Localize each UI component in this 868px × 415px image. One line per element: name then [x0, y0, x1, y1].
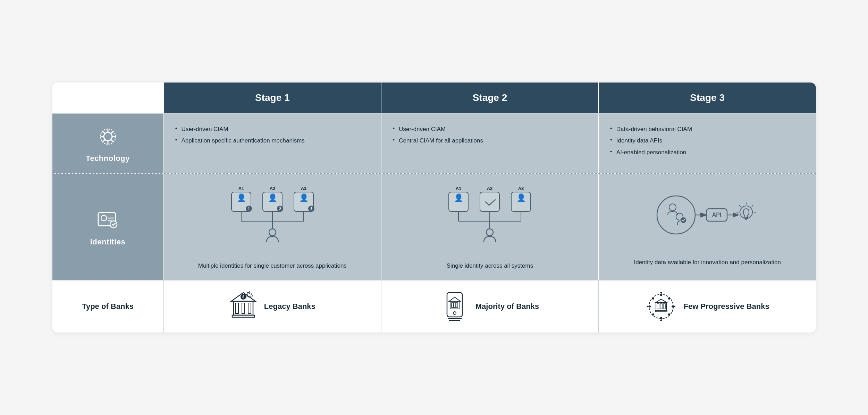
header-row: Stage 1 Stage 2 Stage 3 — [52, 83, 816, 113]
legacy-banks-cell: $ Legacy Banks — [163, 280, 381, 332]
identities-label: Identities — [90, 237, 126, 247]
majority-banks-icon — [441, 291, 469, 322]
banks-type-label: Type of Banks — [82, 302, 134, 311]
stage2-identity-caption: Single identity across all systems — [447, 261, 533, 270]
stage2-identity-diagram: A1 👤 A2 A3 👤 — [445, 184, 535, 253]
svg-text:API: API — [712, 212, 722, 218]
svg-point-3 — [101, 215, 107, 221]
svg-point-43 — [681, 217, 686, 223]
identities-stage2-cell: A1 👤 A2 A3 👤 — [381, 174, 598, 280]
svg-point-25 — [269, 229, 276, 236]
svg-text:$: $ — [242, 295, 244, 299]
svg-text:1: 1 — [248, 207, 250, 211]
svg-point-77 — [649, 305, 651, 308]
tech-stage2-item2: Central CIAM for all applications — [393, 135, 587, 147]
svg-rect-88 — [655, 310, 667, 312]
technology-stage1-list: User-driven CIAM Application specific au… — [175, 123, 370, 147]
svg-point-79 — [652, 297, 654, 300]
svg-marker-83 — [655, 299, 667, 303]
svg-text:👤: 👤 — [299, 193, 309, 202]
svg-rect-65 — [447, 293, 462, 317]
stage3-identity-caption: Identity data available for innovation a… — [634, 258, 781, 267]
svg-line-53 — [752, 205, 753, 207]
svg-point-39 — [486, 229, 493, 236]
svg-point-4 — [110, 221, 117, 228]
tech-stage2-item1: User-driven CIAM — [393, 123, 587, 135]
technology-stage1-cell: User-driven CIAM Application specific au… — [163, 114, 381, 173]
majority-banks-cell: Majority of Banks — [381, 280, 598, 332]
tech-stage3-item3: AI-enabled personalization — [610, 147, 805, 158]
technology-stage3-cell: Data-driven behavioral CIAM Identity dat… — [598, 114, 816, 173]
identities-label-cell: Identities — [52, 174, 163, 280]
svg-text:A3: A3 — [518, 186, 524, 191]
legacy-banks-icon: $ — [229, 291, 257, 322]
svg-rect-69 — [454, 303, 456, 308]
technology-stage3-list: Data-driven behavioral CIAM Identity dat… — [610, 123, 805, 158]
svg-point-40 — [657, 196, 695, 234]
svg-text:A1: A1 — [456, 186, 462, 191]
svg-point-81 — [652, 313, 654, 315]
svg-line-54 — [739, 205, 741, 207]
progressive-banks-label: Few Progressive Banks — [684, 302, 769, 311]
tech-stage3-item1: Data-driven behavioral CIAM — [610, 123, 805, 135]
technology-label: Technology — [86, 154, 130, 163]
stage2-header: Stage 2 — [381, 83, 598, 113]
svg-text:👤: 👤 — [516, 193, 526, 202]
stage1-identity-diagram: A1 👤 1 A2 👤 2 A3 👤 3 — [227, 184, 318, 253]
technology-label-cell: Technology — [52, 114, 163, 173]
stage3-header: Stage 3 — [598, 83, 816, 113]
technology-stage2-cell: User-driven CIAM Central CIAM for all ap… — [381, 114, 598, 173]
svg-rect-86 — [660, 304, 662, 309]
svg-text:👤: 👤 — [454, 193, 464, 202]
svg-rect-61 — [248, 303, 251, 313]
identities-stage3-cell: API Identity data available for innovati… — [598, 174, 816, 280]
stage3-identity-diagram: API — [652, 187, 763, 250]
tech-stage1-item1: User-driven CIAM — [175, 123, 370, 135]
banks-row: Type of Banks $ Legacy Banks — [52, 280, 816, 332]
diagram-container: Stage 1 Stage 2 Stage 3 Technology User-… — [52, 83, 816, 333]
technology-stage2-list: User-driven CIAM Central CIAM for all ap… — [393, 123, 587, 147]
svg-text:A2: A2 — [487, 186, 493, 191]
header-empty-cell — [52, 83, 163, 113]
svg-text:A1: A1 — [238, 186, 244, 191]
svg-rect-60 — [242, 303, 245, 313]
technology-row: Technology User-driven CIAM Application … — [52, 113, 816, 173]
svg-point-80 — [668, 297, 670, 300]
svg-text:👤: 👤 — [236, 193, 246, 202]
svg-point-49 — [740, 206, 752, 218]
svg-text:A2: A2 — [270, 186, 276, 191]
svg-text:3: 3 — [310, 207, 312, 211]
svg-point-82 — [668, 313, 670, 315]
svg-point-78 — [672, 305, 674, 308]
svg-text:A3: A3 — [301, 186, 307, 191]
stage1-identity-caption: Multiple identities for single customer … — [198, 261, 347, 270]
svg-text:👤: 👤 — [268, 193, 277, 202]
svg-marker-66 — [449, 297, 460, 301]
tech-stage1-item2: Application specific authentication mech… — [175, 135, 370, 147]
svg-point-0 — [104, 132, 112, 141]
progressive-banks-icon — [646, 291, 677, 322]
svg-point-71 — [453, 312, 456, 314]
tech-stage3-item2: Identity data APIs — [610, 135, 805, 147]
stage1-header: Stage 1 — [163, 83, 381, 113]
identities-stage1-cell: A1 👤 1 A2 👤 2 A3 👤 3 — [163, 174, 381, 280]
legacy-banks-label: Legacy Banks — [264, 302, 315, 311]
majority-banks-label: Majority of Banks — [475, 302, 539, 311]
svg-text:2: 2 — [279, 207, 281, 211]
svg-rect-87 — [663, 304, 665, 309]
banks-label-cell: Type of Banks — [52, 280, 163, 332]
svg-point-75 — [660, 294, 662, 296]
identities-icon — [95, 208, 120, 233]
progressive-banks-cell: Few Progressive Banks — [598, 280, 816, 332]
svg-rect-68 — [452, 303, 453, 308]
svg-rect-85 — [657, 304, 659, 309]
identities-row: Identities A1 👤 1 A2 👤 2 A3 — [52, 173, 816, 280]
technology-icon — [95, 124, 120, 149]
svg-rect-59 — [236, 303, 238, 313]
svg-rect-30 — [480, 192, 499, 211]
svg-rect-62 — [232, 315, 254, 317]
svg-rect-70 — [456, 303, 458, 308]
svg-point-76 — [660, 317, 662, 319]
svg-point-41 — [669, 204, 676, 211]
